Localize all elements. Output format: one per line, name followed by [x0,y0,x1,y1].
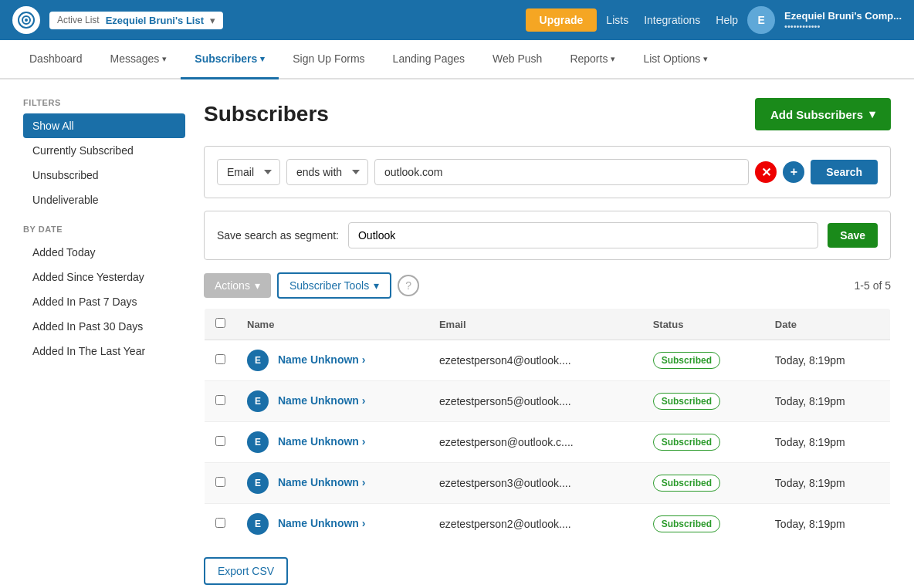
sidebar-item-added-past-30-days[interactable]: Added In Past 30 Days [23,314,185,339]
table-row: E Name Unknown › ezetestperson2@outlook.… [205,504,891,545]
table-header-status: Status [642,309,764,340]
chevron-down-icon: ▾ [162,54,167,64]
svg-point-2 [25,19,28,22]
row-email-cell: ezetestperson2@outlook.... [428,504,642,545]
select-all-checkbox[interactable] [215,318,225,328]
page-header: Subscribers Add Subscribers ▾ [204,98,891,130]
subscriber-avatar: E [247,350,269,371]
row-checkbox[interactable] [215,436,225,446]
by-date-title: BY DATE [23,225,185,234]
subscriber-name-link[interactable]: Name Unknown › [278,394,366,407]
segment-name-input[interactable] [348,222,818,248]
page-content: FILTERS Show All Currently Subscribed Un… [0,79,914,588]
subscriber-avatar: E [247,513,269,535]
table-row: E Name Unknown › ezetestperson5@outlook.… [205,381,891,422]
add-filter-button[interactable]: + [783,161,804,183]
save-segment-button[interactable]: Save [828,223,878,248]
sidebar-item-added-past-7-days[interactable]: Added In Past 7 Days [23,289,185,314]
top-bar: Active List Ezequiel Bruni's List ▾ Upgr… [0,0,914,40]
integrations-link[interactable]: Integrations [644,14,700,26]
filter-condition-select[interactable]: ends with starts with contains equals [286,159,368,185]
remove-filter-button[interactable]: ✕ [755,161,777,183]
subscriber-name-link[interactable]: Name Unknown › [278,517,366,529]
sidebar-item-undeliverable[interactable]: Undeliverable [23,188,185,212]
sidebar-item-added-last-year[interactable]: Added In The Last Year [23,339,185,363]
username: Ezequiel Bruni's Comp... [784,10,902,22]
export-csv-button[interactable]: Export CSV [204,557,288,585]
nav-landing-pages[interactable]: Landing Pages [379,40,479,79]
subscriber-name-link[interactable]: Name Unknown › [278,435,366,448]
user-email: •••••••••••• [784,22,902,31]
status-badge: Subscribed [653,352,720,369]
active-list-label: Active List [57,15,100,25]
table-row: E Name Unknown › ezetestperson4@outlook.… [205,340,891,381]
row-checkbox-cell [205,504,237,545]
active-list-name: Ezequiel Bruni's List [106,15,204,26]
chevron-down-icon: ▾ [255,279,260,292]
status-badge: Subscribed [653,393,720,410]
save-segment-bar: Save search as segment: Save [204,211,891,260]
sidebar-item-currently-subscribed[interactable]: Currently Subscribed [23,138,185,163]
user-info: Ezequiel Bruni's Comp... •••••••••••• [784,10,902,31]
row-status-cell: Subscribed [642,463,764,504]
chevron-down-icon: ▾ [210,15,215,26]
row-checkbox[interactable] [215,477,225,487]
nav-messages[interactable]: Messages ▾ [96,40,181,79]
row-date-cell: Today, 8:19pm [764,463,891,504]
row-email-cell: ezetestperson5@outlook.... [428,381,642,422]
subscriber-tools-button[interactable]: Subscriber Tools ▾ [277,272,391,299]
row-date-cell: Today, 8:19pm [764,340,891,381]
table-row: E Name Unknown › ezetestperson3@outlook.… [205,463,891,504]
filter-type-select[interactable]: Email Name Status Date [217,159,280,185]
search-button[interactable]: Search [811,160,878,184]
nav-list-options[interactable]: List Options ▾ [629,40,722,79]
nav-subscribers[interactable]: Subscribers ▾ [181,40,279,79]
chevron-down-icon: ▾ [260,54,265,64]
table-header-date: Date [764,309,891,340]
row-name-cell: E Name Unknown › [236,381,428,422]
chevron-down-icon: ▾ [869,107,875,121]
row-email-cell: ezetestperson@outlook.c.... [428,422,642,463]
save-segment-label: Save search as segment: [217,229,339,242]
nav-dashboard[interactable]: Dashboard [15,40,96,79]
row-status-cell: Subscribed [642,504,764,545]
actions-bar-left: Actions ▾ Subscriber Tools ▾ ? [204,272,419,299]
row-checkbox[interactable] [215,354,225,364]
status-badge: Subscribed [653,475,720,492]
sidebar-item-show-all[interactable]: Show All [23,113,185,138]
add-subscribers-button[interactable]: Add Subscribers ▾ [755,98,891,130]
sidebar-item-unsubscribed[interactable]: Unsubscribed [23,163,185,188]
row-name-cell: E Name Unknown › [236,422,428,463]
sidebar-item-added-today[interactable]: Added Today [23,240,185,265]
sidebar-item-added-since-yesterday[interactable]: Added Since Yesterday [23,265,185,289]
row-checkbox[interactable] [215,518,225,528]
row-date-cell: Today, 8:19pm [764,381,891,422]
row-checkbox-cell [205,463,237,504]
table-header-email: Email [428,309,642,340]
nav-signup-forms[interactable]: Sign Up Forms [279,40,378,79]
filter-bar: Email Name Status Date ends with starts … [204,146,891,198]
help-icon-button[interactable]: ? [398,275,419,296]
row-checkbox[interactable] [215,395,225,405]
main-nav: Dashboard Messages ▾ Subscribers ▾ Sign … [0,40,914,79]
row-date-cell: Today, 8:19pm [764,422,891,463]
active-list-selector[interactable]: Active List Ezequiel Bruni's List ▾ [49,12,223,29]
actions-bar: Actions ▾ Subscriber Tools ▾ ? 1-5 of 5 [204,272,891,299]
subscriber-avatar: E [247,431,269,453]
filter-value-input[interactable] [374,159,749,185]
nav-web-push[interactable]: Web Push [479,40,556,79]
chevron-down-icon: ▾ [374,279,379,292]
help-link[interactable]: Help [716,14,738,26]
table-header-checkbox [205,309,237,340]
nav-reports[interactable]: Reports ▾ [556,40,629,79]
chevron-down-icon: ▾ [611,54,615,64]
table-row: E Name Unknown › ezetestperson@outlook.c… [205,422,891,463]
row-name-cell: E Name Unknown › [236,463,428,504]
actions-button[interactable]: Actions ▾ [204,273,271,298]
filters-title: FILTERS [23,98,185,107]
subscriber-name-link[interactable]: Name Unknown › [278,476,366,488]
logo [12,6,40,34]
lists-link[interactable]: Lists [606,14,628,26]
subscriber-name-link[interactable]: Name Unknown › [278,353,366,366]
upgrade-button[interactable]: Upgrade [526,8,597,32]
